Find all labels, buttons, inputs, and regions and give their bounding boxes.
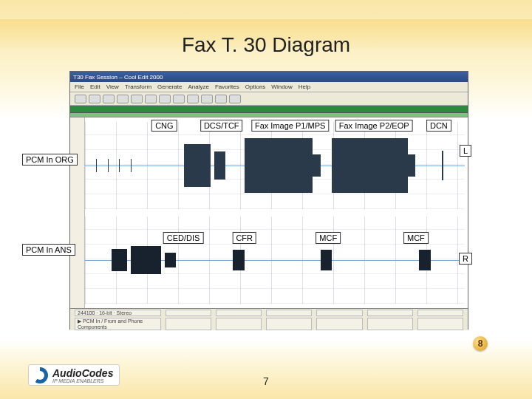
status-cell (166, 318, 211, 330)
tool-btn[interactable] (173, 95, 185, 103)
status-cell (367, 318, 413, 330)
status-cell (417, 318, 463, 330)
menu-item[interactable]: Edit (90, 83, 100, 90)
editor-menubar: FileEditViewTransformGenerateAnalyzeFavo… (70, 82, 468, 92)
phase-label-bottom: MCF (316, 232, 341, 244)
editor-window: T30 Fax Session – Cool Edit 2000 FileEdi… (69, 71, 468, 330)
phase-label-bottom: MCF (403, 232, 429, 244)
status-cell (367, 310, 413, 316)
track-org (85, 122, 465, 209)
phase-label-bottom: CED/DIS (163, 232, 204, 244)
channel-side-label: PCM In ANS (22, 244, 75, 256)
phase-label-bottom: CFR (232, 232, 256, 244)
tool-btn[interactable] (229, 95, 241, 103)
page-number: 7 (263, 375, 269, 387)
menu-item[interactable]: Help (299, 83, 310, 90)
status-cell (316, 310, 362, 316)
brand-logo: AudioCodes IP MEDIA ENABLERS (28, 364, 120, 386)
phase-label-top: Fax Image P1/MPS (251, 120, 329, 132)
channel-side-label: PCM In ORG (22, 154, 78, 166)
menu-item[interactable]: File (75, 83, 84, 90)
tool-btn[interactable] (201, 95, 213, 103)
status-cell: 244100 · 16-bit · Stereo (75, 310, 161, 316)
channel-lr-label: R (459, 253, 472, 265)
track-ans (85, 216, 465, 304)
status-cell (316, 318, 362, 330)
menu-item[interactable]: Analyze (188, 83, 208, 90)
tool-btn[interactable] (215, 95, 227, 103)
editor-toolbar (70, 92, 468, 106)
channel-lr-label: L (460, 145, 471, 157)
tool-btn[interactable] (145, 95, 157, 103)
editor-title-text: T30 Fax Session – Cool Edit 2000 (73, 74, 163, 81)
menu-item[interactable]: Options (245, 83, 266, 90)
menu-item[interactable]: Favorites (215, 83, 239, 90)
selection-bar (70, 106, 468, 113)
tool-btn[interactable] (75, 95, 86, 103)
menu-item[interactable]: View (106, 83, 119, 90)
slide-title: Fax T. 30 Diagram (0, 33, 532, 57)
y-axis (70, 117, 85, 308)
brand-name: AudioCodes (52, 367, 113, 379)
menu-item[interactable]: Generate (157, 83, 182, 90)
phase-label-top: Fax Image P2/EOP (335, 120, 413, 132)
slide-badge: 8 (473, 336, 488, 351)
status-cell: ▶ PCM In / From and Phone Components (75, 318, 161, 330)
tool-btn[interactable] (131, 95, 143, 103)
phase-label-top: DCS/TCF (200, 120, 243, 132)
status-cell (216, 318, 262, 330)
status-cell (216, 310, 262, 316)
tool-btn[interactable] (89, 95, 100, 103)
tool-btn[interactable] (103, 95, 115, 103)
status-cell (266, 318, 312, 330)
brand-tag: IP MEDIA ENABLERS (52, 378, 113, 383)
editor-statusbar: 244100 · 16-bit · Stereo ▶ PCM In / From… (70, 308, 468, 330)
tool-btn[interactable] (159, 95, 171, 103)
waveform-area (70, 117, 468, 308)
brand-mark (32, 367, 48, 383)
tool-btn[interactable] (187, 95, 199, 103)
status-cell (417, 310, 463, 316)
status-cell (266, 310, 312, 316)
menu-item[interactable]: Transform (125, 83, 151, 90)
status-cell (166, 310, 211, 316)
editor-titlebar: T30 Fax Session – Cool Edit 2000 (70, 72, 468, 82)
menu-item[interactable]: Window (271, 83, 292, 90)
tool-btn[interactable] (117, 95, 129, 103)
phase-label-top: CNG (151, 120, 177, 132)
phase-label-top: DCN (426, 120, 451, 132)
